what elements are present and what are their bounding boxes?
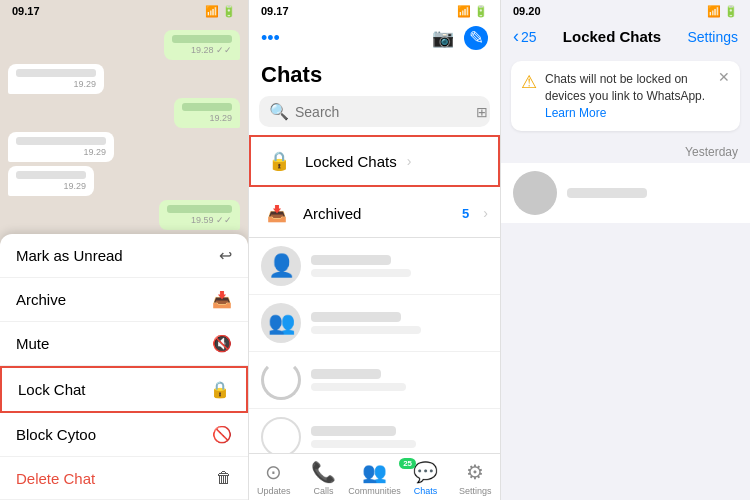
search-icon: 🔍	[269, 102, 289, 121]
nav-chats[interactable]: 💬 25 Chats	[401, 460, 451, 496]
context-lock-chat[interactable]: Lock Chat 🔒	[0, 366, 248, 413]
locked-chats-nav-title: Locked Chats	[563, 28, 661, 45]
nav-communities[interactable]: 👥 Communities	[348, 460, 401, 496]
calls-label: Calls	[313, 486, 333, 496]
locked-chat-avatar	[513, 171, 557, 215]
archived-chevron-icon: ›	[483, 205, 488, 221]
updates-label: Updates	[257, 486, 291, 496]
compose-icon[interactable]: ✎	[464, 26, 488, 50]
chat-list-item[interactable]: 👥	[249, 295, 500, 352]
locked-chat-name	[567, 188, 738, 198]
time-3: 09.20	[513, 5, 541, 17]
bubble-in-3: 19.29	[8, 166, 94, 196]
camera-icon[interactable]: 📷	[432, 27, 454, 49]
nav-updates[interactable]: ⊙ Updates	[249, 460, 299, 496]
header-left-icons: •••	[261, 28, 280, 49]
status-bar-2: 09.17 📶 🔋	[249, 0, 500, 22]
chat-list: 👤 👥	[249, 238, 500, 453]
signal-icons-3: 📶 🔋	[707, 5, 738, 18]
status-bar-1: 09.17 📶 🔋	[0, 0, 248, 22]
close-warning-button[interactable]: ✕	[718, 69, 730, 85]
chat-list-item[interactable]: 👤	[249, 238, 500, 295]
panel-chat-context: 09.17 📶 🔋 19.28 ✓✓ 19.29 19.29 19.29 19.…	[0, 0, 248, 500]
warning-banner: ⚠ Chats will not be locked on devices yo…	[511, 61, 740, 131]
chat-info	[311, 312, 488, 334]
context-archive[interactable]: Archive 📥	[0, 278, 248, 322]
locked-chat-item[interactable]	[501, 163, 750, 223]
signal-icons-1: 📶 🔋	[205, 5, 236, 18]
back-button[interactable]: ‹ 25	[513, 26, 537, 47]
settings-icon: ⚙	[466, 460, 484, 484]
updates-icon: ⊙	[265, 460, 282, 484]
locked-chats-nav: ‹ 25 Locked Chats Settings	[501, 22, 750, 55]
archived-label: Archived	[303, 205, 452, 222]
signal-icons-2: 📶 🔋	[457, 5, 488, 18]
panel-locked-chats: 09.20 📶 🔋 ‹ 25 Locked Chats Settings ⚠ C…	[500, 0, 750, 500]
nav-settings[interactable]: ⚙ Settings	[450, 460, 500, 496]
lock-icon: 🔒	[210, 380, 230, 399]
bottom-navigation: ⊙ Updates 📞 Calls 👥 Communities 💬 25 Cha…	[249, 453, 500, 500]
chat-info	[311, 369, 488, 391]
status-bar-3: 09.20 📶 🔋	[501, 0, 750, 22]
mark-unread-icon: ↩	[219, 246, 232, 265]
more-icon[interactable]: •••	[261, 28, 280, 49]
bubble-in-2: 19.29	[8, 132, 114, 162]
settings-button[interactable]: Settings	[687, 29, 738, 45]
settings-label: Settings	[459, 486, 492, 496]
communities-icon: 👥	[362, 460, 387, 484]
locked-chat-info	[567, 188, 738, 198]
chat-info	[311, 255, 488, 277]
section-date: Yesterday	[501, 137, 750, 163]
lock-chats-icon: 🔒	[263, 145, 295, 177]
time-2: 09.17	[261, 5, 289, 17]
avatar: 👥	[261, 303, 301, 343]
mark-unread-label: Mark as Unread	[16, 247, 123, 264]
panel-chats-list: 09.17 📶 🔋 ••• 📷 ✎ Chats 🔍 ⊞ 🔒 Locked Cha…	[248, 0, 500, 500]
avatar-empty	[261, 417, 301, 453]
learn-more-link[interactable]: Learn More	[545, 106, 606, 120]
chat-list-item[interactable]	[249, 409, 500, 453]
avatar-partial	[261, 360, 301, 400]
bubble-out-2: 19.29	[174, 98, 240, 128]
context-delete[interactable]: Delete Chat 🗑	[0, 457, 248, 500]
archive-label: Archive	[16, 291, 66, 308]
context-mute[interactable]: Mute 🔇	[0, 322, 248, 366]
time-1: 09.17	[12, 5, 40, 17]
chat-info	[311, 426, 488, 448]
locked-chats-row[interactable]: 🔒 Locked Chats ›	[249, 135, 500, 187]
warning-text: Chats will not be locked on devices you …	[545, 71, 730, 121]
mute-icon: 🔇	[212, 334, 232, 353]
warning-icon: ⚠	[521, 71, 537, 93]
context-block[interactable]: Block Cytoo 🚫	[0, 413, 248, 457]
bubble-time: 19.28 ✓✓	[172, 45, 232, 55]
block-icon: 🚫	[212, 425, 232, 444]
mute-label: Mute	[16, 335, 49, 352]
archive-icon: 📥	[212, 290, 232, 309]
context-mark-unread[interactable]: Mark as Unread ↩	[0, 234, 248, 278]
chevron-right-icon: ›	[407, 153, 412, 169]
header-right-icons: 📷 ✎	[432, 26, 488, 50]
lock-chat-label: Lock Chat	[18, 381, 86, 398]
chats-header: ••• 📷 ✎	[249, 22, 500, 58]
context-menu: Mark as Unread ↩ Archive 📥 Mute 🔇 Lock C…	[0, 234, 248, 500]
search-input[interactable]	[295, 104, 470, 120]
delete-label: Delete Chat	[16, 470, 95, 487]
filter-icon[interactable]: ⊞	[476, 104, 488, 120]
chevron-left-icon: ‹	[513, 26, 519, 47]
nav-calls[interactable]: 📞 Calls	[299, 460, 349, 496]
archived-count: 5	[462, 206, 469, 221]
back-count: 25	[521, 29, 537, 45]
delete-icon: 🗑	[216, 469, 232, 487]
communities-label: Communities	[348, 486, 401, 496]
search-container[interactable]: 🔍 ⊞	[259, 96, 490, 127]
locked-chats-label: Locked Chats	[305, 153, 397, 170]
chats-badge: 25	[399, 458, 416, 469]
chats-title: Chats	[249, 58, 500, 96]
chat-list-item[interactable]	[249, 352, 500, 409]
chats-icon: 💬 25	[413, 460, 438, 484]
archived-row[interactable]: 📥 Archived 5 ›	[249, 189, 500, 238]
avatar: 👤	[261, 246, 301, 286]
archived-icon: 📥	[261, 197, 293, 229]
chats-nav-label: Chats	[414, 486, 438, 496]
bubble-out-1: 19.28 ✓✓	[164, 30, 240, 60]
